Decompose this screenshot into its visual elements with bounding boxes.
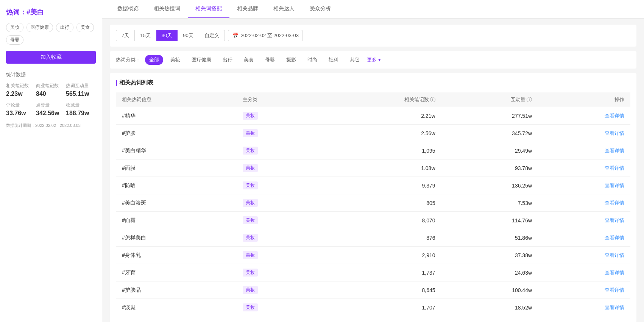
- content-area: 7天15天30天90天自定义 📅 2022-02-02 至 2022-03-03…: [102, 19, 644, 322]
- category-badge: 美妆: [243, 251, 258, 259]
- view-detail-link[interactable]: 查看详情: [605, 113, 624, 119]
- category-badge: 美妆: [243, 234, 258, 242]
- stat-period: 数据统计周期：2022.02.02 - 2022.03.03: [6, 123, 96, 128]
- hot-words-table: 相关热词信息主分类相关笔记数i互动量i操作 #精华美妆2.21w277.51w查…: [116, 92, 630, 316]
- add-to-favorites-button[interactable]: 加入收藏: [6, 51, 96, 64]
- cat-btn-其它[interactable]: 其它: [346, 55, 364, 65]
- hot-word-interaction: 24.63w: [441, 264, 538, 281]
- cat-btn-全部[interactable]: 全部: [145, 55, 163, 65]
- view-detail-link[interactable]: 查看详情: [605, 183, 624, 188]
- time-btn-15天[interactable]: 15天: [135, 30, 156, 41]
- top-tab-相关词搭配[interactable]: 相关词搭配: [188, 0, 229, 18]
- cat-btn-美食[interactable]: 美食: [240, 55, 258, 65]
- calendar-icon: 📅: [232, 33, 239, 39]
- hot-word-category: 美妆: [237, 107, 316, 125]
- view-detail-link[interactable]: 查看详情: [605, 148, 624, 153]
- sidebar-tag[interactable]: 母婴: [6, 35, 23, 45]
- time-btn-7天[interactable]: 7天: [116, 30, 135, 41]
- hot-word-interaction: 136.25w: [441, 177, 538, 194]
- top-tab-相关达人[interactable]: 相关达人: [266, 0, 302, 18]
- hot-word-category: 美妆: [237, 299, 316, 316]
- date-range-picker[interactable]: 📅 2022-02-02 至 2022-03-03: [228, 30, 303, 41]
- hot-word-category: 美妆: [237, 194, 316, 212]
- cat-btn-母婴[interactable]: 母婴: [261, 55, 279, 65]
- view-detail-link[interactable]: 查看详情: [605, 235, 624, 241]
- table-row: #牙育美妆1,73724.63w查看详情: [116, 264, 630, 281]
- cat-btn-出行[interactable]: 出行: [218, 55, 237, 65]
- hot-word-notes: 876: [316, 229, 441, 247]
- hot-word-category: 美妆: [237, 229, 316, 247]
- top-tab-相关热搜词[interactable]: 相关热搜词: [146, 0, 188, 18]
- top-tab-受众分析[interactable]: 受众分析: [302, 0, 338, 18]
- cat-btn-医疗健康[interactable]: 医疗健康: [187, 55, 215, 65]
- stat-item: 商业笔记数840: [36, 83, 66, 97]
- view-detail-link[interactable]: 查看详情: [605, 287, 624, 293]
- top-tab-相关品牌[interactable]: 相关品牌: [229, 0, 266, 18]
- view-detail-link[interactable]: 查看详情: [605, 270, 624, 275]
- cat-btn-美妆[interactable]: 美妆: [166, 55, 184, 65]
- hot-word-action: 查看详情: [538, 107, 630, 125]
- hot-word-notes: 1,737: [316, 264, 441, 281]
- time-btn-自定义[interactable]: 自定义: [199, 30, 225, 41]
- hot-word-name: #身体乳: [116, 247, 237, 264]
- view-detail-link[interactable]: 查看详情: [605, 305, 624, 310]
- hot-word-notes: 1,707: [316, 299, 441, 316]
- hot-word-category: 美妆: [237, 159, 316, 177]
- view-detail-link[interactable]: 查看详情: [605, 200, 624, 206]
- time-btn-90天[interactable]: 90天: [178, 30, 199, 41]
- hot-word-category: 美妆: [237, 177, 316, 194]
- th-notes: 相关笔记数i: [316, 92, 441, 107]
- table-row: #护肤美妆2.56w345.72w查看详情: [116, 125, 630, 142]
- hot-word-action: 查看详情: [538, 247, 630, 264]
- hot-word-category: 美妆: [237, 125, 316, 142]
- table-row: #精华美妆2.21w277.51w查看详情: [116, 107, 630, 125]
- tags-container: 美妆医疗健康出行美食母婴: [6, 23, 96, 45]
- table-row: #面膜美妆1.08w93.78w查看详情: [116, 159, 630, 177]
- hot-word-interaction: 345.72w: [441, 125, 538, 142]
- info-icon[interactable]: i: [527, 97, 532, 102]
- sidebar-tag[interactable]: 美食: [76, 23, 94, 32]
- stat-value: 188.79w: [66, 110, 96, 117]
- hot-word-interaction: 18.52w: [441, 299, 538, 316]
- hot-word-name: #精华: [116, 107, 237, 125]
- sidebar-tag[interactable]: 美妆: [6, 23, 23, 32]
- hot-word-interaction: 51.86w: [441, 229, 538, 247]
- hot-word-label-text: 热词：: [6, 8, 27, 16]
- th-interaction: 互动量i: [441, 92, 538, 107]
- more-categories-button[interactable]: 更多 ▾: [367, 56, 381, 63]
- table-body: #精华美妆2.21w277.51w查看详情#护肤美妆2.56w345.72w查看…: [116, 107, 630, 316]
- hot-word-name: #美白淡斑: [116, 194, 237, 212]
- sidebar-tag[interactable]: 医疗健康: [27, 23, 53, 32]
- cat-btn-时尚[interactable]: 时尚: [303, 55, 321, 65]
- hot-word-interaction: 277.51w: [441, 107, 538, 125]
- hot-word-action: 查看详情: [538, 125, 630, 142]
- category-badge: 美妆: [243, 269, 258, 277]
- hot-word-interaction: 93.78w: [441, 159, 538, 177]
- top-tab-数据概览[interactable]: 数据概览: [110, 0, 146, 18]
- cat-btn-摄影[interactable]: 摄影: [282, 55, 300, 65]
- view-detail-link[interactable]: 查看详情: [605, 130, 624, 136]
- hot-word-name: #护肤: [116, 125, 237, 142]
- stat-item: 相关笔记数2.23w: [6, 83, 36, 97]
- header-row: 相关热词信息主分类相关笔记数i互动量i操作: [116, 92, 630, 107]
- view-detail-link[interactable]: 查看详情: [605, 217, 624, 223]
- table-row: #怎样美白美妆87651.86w查看详情: [116, 229, 630, 247]
- table-row: #身体乳美妆2,91037.38w查看详情: [116, 247, 630, 264]
- view-detail-link[interactable]: 查看详情: [605, 252, 624, 258]
- hot-word-category: 美妆: [237, 247, 316, 264]
- view-detail-link[interactable]: 查看详情: [605, 165, 624, 171]
- hot-word-interaction: 114.76w: [441, 212, 538, 229]
- sidebar-tag[interactable]: 出行: [56, 23, 73, 32]
- hot-word-action: 查看详情: [538, 142, 630, 159]
- stat-value: 2.23w: [6, 91, 36, 97]
- hot-word-name: #怎样美白: [116, 229, 237, 247]
- stats-grid: 相关笔记数2.23w商业笔记数840热词互动量565.11w评论量33.76w点…: [6, 83, 96, 117]
- hot-word-action: 查看详情: [538, 177, 630, 194]
- cat-btn-社科[interactable]: 社科: [324, 55, 343, 65]
- category-bar: 热词分类： 全部美妆医疗健康出行美食母婴摄影时尚社科其它更多 ▾: [110, 51, 636, 69]
- time-btn-30天[interactable]: 30天: [156, 30, 178, 41]
- info-icon[interactable]: i: [430, 97, 435, 102]
- hot-word-title: 热词：#美白: [6, 8, 96, 17]
- hot-word-name: #淡斑: [116, 299, 237, 316]
- hot-word-action: 查看详情: [538, 212, 630, 229]
